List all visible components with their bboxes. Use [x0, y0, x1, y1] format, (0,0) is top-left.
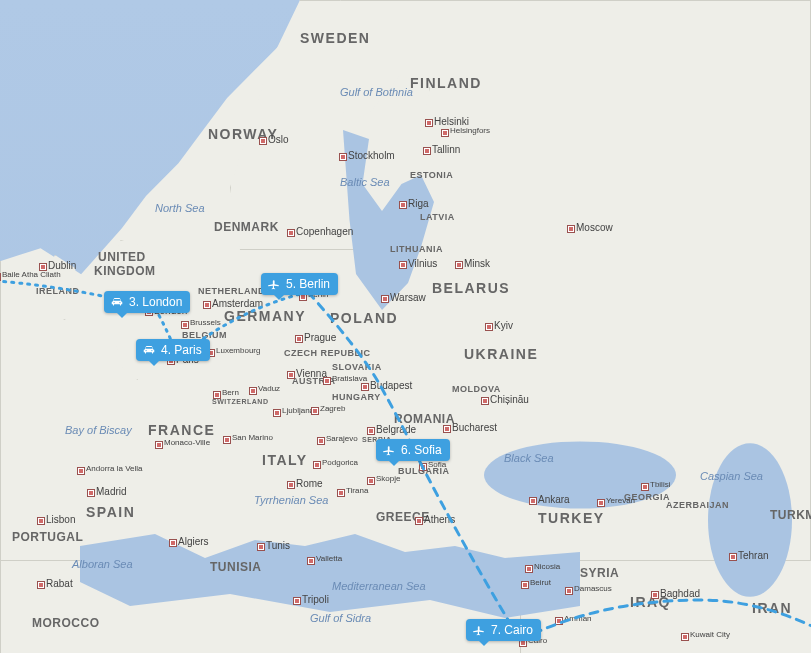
waypoint-5-berlin[interactable]: 5. Berlin [261, 273, 338, 295]
waypoint-label: 5. Berlin [286, 277, 330, 291]
car-icon [142, 343, 156, 357]
car-icon [110, 295, 124, 309]
waypoint-label: 4. Paris [161, 343, 202, 357]
plane-icon [267, 277, 281, 291]
waypoint-6-sofia[interactable]: 6. Sofia [376, 439, 450, 461]
map-canvas[interactable]: Gulf of Bothnia Baltic Sea North Sea Bay… [0, 0, 811, 653]
waypoint-label: 3. London [129, 295, 182, 309]
waypoint-label: 6. Sofia [401, 443, 442, 457]
waypoint-label: 7. Cairo [491, 623, 533, 637]
waypoint-7-cairo[interactable]: 7. Cairo [466, 619, 541, 641]
waypoint-4-paris[interactable]: 4. Paris [136, 339, 210, 361]
plane-icon [382, 443, 396, 457]
plane-icon [472, 623, 486, 637]
waypoint-3-london[interactable]: 3. London [104, 291, 190, 313]
